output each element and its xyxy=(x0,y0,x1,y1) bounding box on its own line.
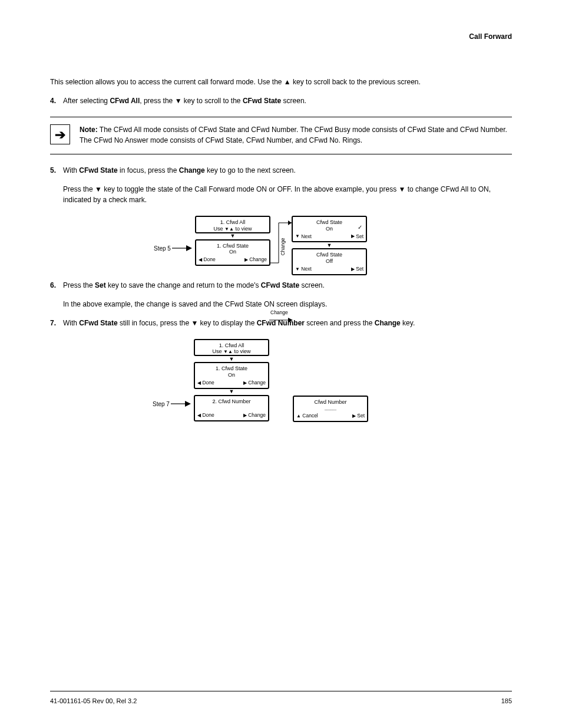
step-number: 6. xyxy=(50,280,63,291)
triangle-right-icon: ▶ xyxy=(244,256,248,263)
step-text: After selecting CFwd All, press the ▼ ke… xyxy=(63,95,512,106)
triangle-left-icon: ◀ xyxy=(199,256,202,263)
triangle-right-icon: ▶ xyxy=(352,413,356,420)
step-label: Step 5 xyxy=(154,244,171,253)
triangle-left-icon: ◀ xyxy=(197,412,201,419)
arrow-right-icon xyxy=(171,400,191,408)
triangle-right-icon: ▶ xyxy=(351,266,355,273)
step-text: With CFwd State in focus, press the Chan… xyxy=(63,165,512,176)
paragraph-intro: This selection allows you to access the … xyxy=(50,77,512,87)
triangle-down-icon: ▼ xyxy=(230,233,236,239)
screen-cfwd-all-2: 1. Cfwd All Use ▼▲ to view xyxy=(194,339,269,357)
screen-cfwd-state-on-2: 1. Cfwd State On ◀ Done ▶ Change xyxy=(194,362,269,388)
arrow-right-icon xyxy=(172,244,192,252)
connector-label: Change xyxy=(270,309,288,317)
svg-marker-1 xyxy=(186,245,192,251)
footer-revision: 41-001161-05 Rev 00, Rel 3.2 xyxy=(50,697,137,704)
screen-cfwd-all: 1. Cfwd All Use ▼▲ to view xyxy=(195,216,270,233)
triangle-up-icon: ▲ xyxy=(228,349,233,355)
triangle-up-icon: ▲ xyxy=(296,413,301,420)
step-5: 5. With CFwd State in focus, press the C… xyxy=(50,165,512,176)
triangle-up-icon: ▲ xyxy=(229,226,234,232)
step-6: 6. Press the Set key to save the change … xyxy=(50,280,512,291)
step-text: Press the Set key to save the change and… xyxy=(63,280,512,291)
screen-cfwd-number: 2. Cfwd Number ◀ Done ▶ Change xyxy=(194,395,269,421)
connector-arrow xyxy=(269,316,293,324)
svg-marker-4 xyxy=(185,401,191,407)
triangle-down-icon: ▼ xyxy=(295,233,300,240)
triangle-down-icon: ▼ xyxy=(229,357,234,362)
diagram-1: 1. Cfwd All Use ▼▲ to view ▼ Step 5 xyxy=(50,216,512,275)
triangle-down-icon: ▼ xyxy=(327,243,332,248)
step-4: 4. After selecting CFwd All, press the ▼… xyxy=(50,95,512,106)
note-icon: ➔ xyxy=(50,124,70,144)
body-content: This selection allows you to access the … xyxy=(50,77,512,422)
triangle-left-icon: ◀ xyxy=(197,380,201,387)
diagram-2: 1. Cfwd All Use ▼▲ to view ▼ 1. Cfwd Sta… xyxy=(50,339,512,422)
triangle-right-icon: ▶ xyxy=(243,412,247,419)
input-underline: ______ xyxy=(325,407,336,410)
step-6-cont: In the above example, the change is save… xyxy=(63,299,512,309)
step-label: Step 7 xyxy=(153,400,170,409)
triangle-down-icon: ▼ xyxy=(229,389,234,394)
step-number: 7. xyxy=(50,318,63,328)
step-5-cont: Press the ▼ key to toggle the state of t… xyxy=(63,184,512,205)
triangle-down-icon: ▼ xyxy=(295,266,300,273)
svg-marker-6 xyxy=(288,318,293,322)
triangle-right-icon: ▶ xyxy=(243,380,247,387)
page-header: Call Forward xyxy=(469,32,512,41)
triangle-down-icon: ▼ xyxy=(224,226,229,232)
screen-cfwd-state-on: 1. Cfwd State On ◀ Done ▶ Change xyxy=(195,239,270,266)
page-number: 185 xyxy=(501,697,512,704)
check-icon: ✓ xyxy=(358,223,362,232)
step-number: 5. xyxy=(50,165,63,176)
screen-cfwd-number-input: Cfwd Number ______ ▲ Cancel ▶ Set xyxy=(293,396,368,422)
note-text: Note: The CFwd All mode consists of CFwd… xyxy=(80,124,512,146)
page-footer: 41-001161-05 Rev 00, Rel 3.2 185 xyxy=(50,691,512,704)
screen-cfwd-state-off: Cfwd State Off ▼ Next ▶ Set xyxy=(292,248,367,275)
step-number: 4. xyxy=(50,95,63,106)
connector-label: Change xyxy=(279,238,287,255)
triangle-down-icon: ▼ xyxy=(223,349,228,355)
triangle-right-icon: ▶ xyxy=(351,233,355,240)
note-block: ➔ Note: The CFwd All mode consists of CF… xyxy=(50,117,512,154)
screen-cfwd-state-on-right: Cfwd State On ✓ ▼ Next ▶ Set xyxy=(292,216,367,242)
